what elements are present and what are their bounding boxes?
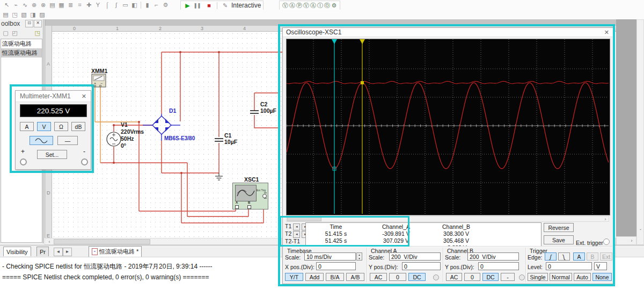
mode-db-button[interactable]: dB [71, 122, 85, 131]
measurement-probe-icon[interactable]: Ⓥ [303, 2, 310, 9]
measurement-probe-icon[interactable]: Ⓘ [317, 2, 324, 9]
oscilloscope-symbol[interactable]: Ext Trig A B [232, 183, 268, 209]
toolbox-dock-icon[interactable]: ⊡ [25, 20, 33, 27]
component-toolbar-icon[interactable]: ▭ [121, 1, 130, 9]
c2-value-label[interactable]: 100µF [260, 107, 276, 114]
scope-hscroll-thumb[interactable] [287, 217, 321, 221]
ext-trigger-terminal[interactable] [603, 239, 610, 245]
measurement-probe-icon[interactable]: Ⓥ [282, 2, 289, 9]
channel-b-ypos-input[interactable] [478, 262, 519, 270]
scroll-left-icon[interactable]: ‹ [46, 239, 53, 245]
grapher-toolbar-icon[interactable]: ◳ [10, 11, 19, 18]
trigger-level-unit[interactable]: V [594, 262, 607, 270]
wiring-toolbar-icon[interactable]: ⚙ [161, 1, 170, 9]
hscroll-thumb[interactable] [54, 239, 150, 244]
scope-display[interactable] [286, 39, 610, 215]
component-toolbar-icon[interactable]: ◧ [130, 1, 139, 9]
canvas-vscrollbar[interactable]: ˇ [636, 19, 644, 245]
trigger-level-input[interactable] [546, 262, 592, 270]
set-button[interactable]: Set... [37, 150, 67, 159]
v1-freq-label[interactable]: 50Hz [121, 135, 134, 142]
v1-ref-label[interactable]: V1 [121, 121, 128, 128]
c2-ref-label[interactable]: C2 [260, 101, 267, 107]
wiring-toolbar-icon[interactable]: ▮ [143, 1, 152, 9]
ac-mode-button[interactable] [30, 136, 53, 145]
component-toolbar-icon[interactable]: Y [93, 1, 103, 9]
scroll-down-icon[interactable]: ˇ [638, 228, 643, 234]
scope-hscrollbar[interactable]: › [286, 216, 609, 222]
component-toolbar-icon[interactable]: ⊗ [39, 1, 48, 9]
component-toolbar-icon[interactable]: ∫ [112, 1, 121, 9]
d1-ref-label[interactable]: D1 [169, 107, 176, 114]
grapher-toolbar-icon[interactable]: ▧ [19, 11, 28, 18]
trigger-ext-button[interactable]: Ext [600, 252, 612, 261]
interactive-mode-dropdown[interactable]: Interactive [231, 2, 261, 9]
xmm1-ref-label[interactable]: XMM1 [91, 68, 107, 74]
trigger-b-button[interactable]: B [587, 252, 598, 261]
component-toolbar-icon[interactable]: ≣ [66, 1, 75, 9]
sheet-tab[interactable]: ≈ 恒流驱动电路 * [89, 246, 142, 257]
component-toolbar-icon[interactable]: ⊕ [30, 1, 39, 9]
scope-scroll-right-icon[interactable]: › [602, 216, 609, 222]
tree-item-sheet[interactable]: 恒流驱动电路 [1, 48, 42, 57]
grapher-toolbar-icon[interactable]: ▤ [1, 11, 10, 18]
channel-b-ac-button[interactable]: AC [446, 273, 462, 281]
mode-ohm-button[interactable]: Ω [54, 122, 68, 131]
tab-scroll-left-icon[interactable]: ◄ [54, 248, 63, 256]
canvas-hscrollbar-right[interactable]: › [616, 236, 636, 245]
interactive-pencil-icon[interactable]: ✎ [221, 2, 230, 9]
trigger-normal-button[interactable]: Normal [550, 273, 572, 281]
c1-value-label[interactable]: 10µF [224, 139, 237, 145]
v1-phase-label[interactable]: 0° [121, 142, 126, 149]
trigger-single-button[interactable]: Single [528, 273, 548, 281]
component-toolbar-icon[interactable]: ⌁ [11, 1, 20, 9]
ba-button[interactable]: B/A [326, 273, 344, 281]
mode-volt-button[interactable]: V [37, 122, 51, 131]
rising-edge-button[interactable]: ʃ [545, 252, 557, 261]
t2-left-icon[interactable]: ◂ [293, 231, 300, 238]
yt-button[interactable]: Y/T [285, 273, 303, 281]
component-toolbar-icon[interactable]: ↖ [2, 1, 11, 9]
multimeter-titlebar[interactable]: Multimeter-XMM1 ✕ [16, 91, 91, 102]
trigger-a-button[interactable]: A [573, 252, 585, 261]
timebase-xpos-input[interactable] [316, 262, 356, 270]
channel-b-minus-button[interactable]: - [501, 273, 515, 281]
timebase-spinner[interactable]: ▴▾ [356, 252, 362, 261]
timebase-scale-input[interactable] [304, 252, 356, 261]
channel-a-ypos-input[interactable] [402, 262, 441, 270]
component-toolbar-icon[interactable]: ∿ [20, 1, 30, 9]
xsc1-ref-label[interactable]: XSC1 [244, 176, 259, 183]
c1-ref-label[interactable]: C1 [224, 132, 231, 139]
wiring-toolbar-icon[interactable]: ⌐ [152, 1, 161, 9]
scroll-right-icon[interactable]: › [628, 238, 635, 244]
add-button[interactable]: Add [305, 273, 324, 281]
component-toolbar-icon[interactable]: ✚ [84, 1, 93, 9]
oscilloscope-close-icon[interactable]: ✕ [601, 29, 612, 36]
ab-button[interactable]: A/B [346, 273, 364, 281]
toolbox-close-icon[interactable]: ✕ [34, 20, 42, 27]
toolbox-refresh-icon[interactable]: ◳ [33, 29, 42, 37]
mode-ampere-button[interactable]: A [20, 122, 34, 131]
tab-visibility[interactable]: Visibility [3, 247, 31, 256]
pause-simulation-icon[interactable]: ▌▌ [194, 2, 203, 9]
tab-scroll-right-icon[interactable]: ► [63, 248, 72, 256]
channel-b-0-button[interactable]: 0 [464, 273, 480, 281]
t1-left-icon[interactable]: ◂ [293, 223, 300, 230]
trigger-auto-button[interactable]: Auto [574, 273, 591, 281]
multimeter-close-icon[interactable]: ✕ [78, 93, 90, 100]
v1-value-label[interactable]: 220Vrms [121, 128, 144, 135]
tree-item-project[interactable]: 流驱动电路 [1, 39, 42, 48]
dc-mode-button[interactable]: — [57, 136, 78, 145]
save-button[interactable]: Save [544, 235, 574, 244]
channel-a-ac-button[interactable]: AC [370, 273, 387, 281]
channel-b-scale-input[interactable] [467, 252, 519, 261]
measurement-probe-icon[interactable]: Ⓟ [296, 2, 303, 9]
toolbox-action-icon[interactable]: ▢ [1, 29, 10, 37]
measurement-probe-icon[interactable]: Ⓐ [310, 2, 317, 9]
measurement-probe-icon[interactable]: Ⓐ [289, 2, 296, 9]
component-toolbar-icon[interactable]: ⌗ [75, 1, 84, 9]
toolbox-action-icon[interactable]: ◰ [10, 29, 19, 37]
component-toolbar-icon[interactable]: ▦ [57, 1, 66, 9]
d1-part-label[interactable]: MB6S-E3/80 [164, 135, 195, 141]
oscilloscope-titlebar[interactable]: Oscilloscope-XSC1 ✕ [283, 28, 613, 37]
